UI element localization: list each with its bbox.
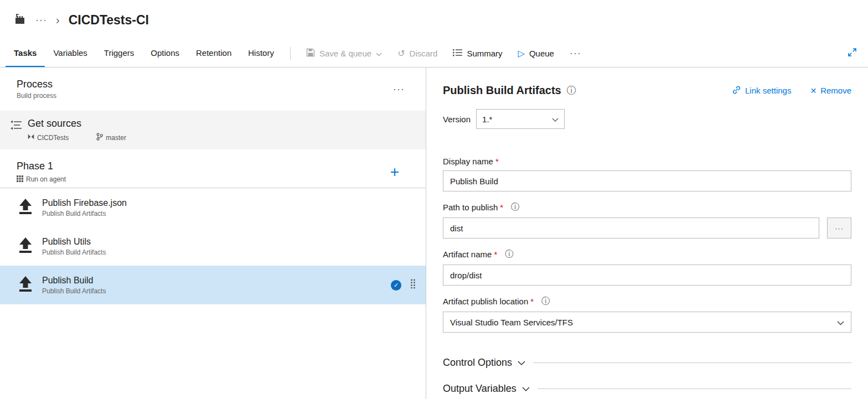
version-value: 1.* (482, 115, 492, 124)
queue-label: Queue (529, 49, 554, 58)
sources-icon (10, 120, 22, 142)
task-name: Publish Build (42, 276, 106, 286)
task-type: Publish Build Artifacts (42, 210, 127, 217)
discard-label: Discard (410, 49, 438, 58)
info-icon[interactable]: ⓘ (541, 296, 550, 307)
save-icon (306, 48, 315, 59)
breadcrumb-chevron-icon: › (56, 14, 60, 27)
queue-button[interactable]: ▷ Queue (510, 40, 562, 67)
artifact-name-label: Artifact name (443, 250, 492, 259)
tab-triggers[interactable]: Triggers (96, 40, 142, 67)
repository-name: CICDTests (37, 134, 69, 142)
selected-check-icon: ✓ (391, 280, 401, 291)
task-name: Publish Utils (42, 237, 106, 247)
task-detail-panel: Publish Build Artifacts ⓘ Link settings … (426, 68, 868, 399)
process-more-button[interactable]: ··· (393, 84, 405, 95)
artifact-name-input[interactable] (443, 265, 851, 286)
get-sources-title: Get sources (28, 118, 154, 129)
path-to-publish-label: Path to publish (443, 203, 498, 212)
phase-subtitle: Run on agent (26, 175, 66, 183)
phase-item[interactable]: Phase 1 Run on agent + (0, 156, 426, 188)
save-and-queue-button[interactable]: Save & queue (298, 40, 390, 67)
toolbar-more-button[interactable]: ··· (562, 40, 589, 67)
section-divider (533, 362, 851, 363)
upload-artifact-icon (18, 276, 33, 294)
path-to-publish-input[interactable] (443, 217, 819, 239)
tab-label: Variables (53, 48, 87, 58)
task-item-publish-utils[interactable]: Publish Utils Publish Build Artifacts (0, 227, 426, 266)
process-header: Process Build process ··· (0, 68, 426, 111)
summary-label: Summary (467, 49, 502, 58)
display-name-input[interactable] (443, 170, 851, 191)
display-name-field-group: Display name * (443, 157, 851, 191)
drag-handle[interactable] (410, 279, 416, 291)
summary-list-icon (453, 49, 462, 58)
control-options-section[interactable]: Control Options (443, 357, 851, 369)
version-dropdown[interactable]: 1.* (476, 109, 565, 129)
task-item-publish-firebase[interactable]: Publish Firebase.json Publish Build Arti… (0, 188, 426, 227)
discard-button[interactable]: ↺ Discard (390, 40, 445, 67)
remove-button[interactable]: ✕ Remove (810, 86, 851, 95)
info-icon[interactable]: ⓘ (505, 248, 514, 260)
undo-icon: ↺ (397, 49, 405, 58)
required-mark: * (494, 250, 497, 259)
repository-icon (28, 133, 34, 142)
tab-label: Triggers (104, 48, 134, 58)
required-mark: * (495, 157, 499, 166)
toolbar-divider (290, 47, 291, 60)
breadcrumb-more-button[interactable]: ··· (35, 14, 47, 26)
chevron-down-icon (516, 383, 530, 395)
tab-variables[interactable]: Variables (45, 40, 95, 67)
task-name: Publish Firebase.json (42, 198, 127, 208)
version-label: Version (443, 115, 471, 124)
browse-button[interactable]: ··· (827, 217, 851, 239)
required-mark: * (500, 203, 503, 212)
tab-label: Options (151, 48, 179, 58)
play-icon: ▷ (518, 49, 525, 58)
task-detail-title: Publish Build Artifacts (443, 84, 561, 97)
link-icon (732, 85, 741, 96)
task-type: Publish Build Artifacts (42, 287, 106, 295)
add-task-button[interactable]: + (390, 163, 399, 181)
save-and-queue-label: Save & queue (319, 49, 371, 58)
upload-artifact-icon (18, 237, 33, 256)
expand-icon (848, 48, 857, 59)
chevron-down-icon (376, 49, 382, 58)
info-icon[interactable]: ⓘ (511, 201, 520, 213)
branch-name: master (106, 134, 126, 142)
task-item-publish-build[interactable]: Publish Build Publish Build Artifacts ✓ (0, 266, 426, 304)
tab-label: History (248, 48, 274, 58)
link-settings-label: Link settings (745, 86, 791, 95)
agent-grid-icon (17, 175, 23, 184)
summary-button[interactable]: Summary (445, 40, 510, 67)
remove-label: Remove (820, 86, 851, 95)
display-name-label: Display name (443, 157, 493, 166)
chevron-down-icon (512, 357, 525, 369)
chevron-down-icon (837, 318, 844, 327)
tab-label: Tasks (14, 48, 37, 58)
close-icon: ✕ (810, 86, 817, 95)
artifact-publish-location-label: Artifact publish location (443, 297, 528, 306)
page-title: CICDTests-CI (69, 13, 149, 28)
tab-history[interactable]: History (240, 40, 282, 67)
task-type: Publish Build Artifacts (42, 248, 106, 256)
tab-options[interactable]: Options (142, 40, 188, 67)
tab-retention[interactable]: Retention (188, 40, 240, 67)
phase-title: Phase 1 (17, 160, 94, 172)
info-icon[interactable]: ⓘ (567, 84, 576, 97)
tab-tasks[interactable]: Tasks (6, 40, 45, 67)
main-content: Process Build process ··· Get sources (0, 68, 868, 399)
output-variables-label: Output Variables (443, 383, 516, 395)
artifact-name-field-group: Artifact name * ⓘ (443, 248, 851, 286)
artifact-publish-location-select[interactable]: Visual Studio Team Services/TFS (443, 312, 851, 333)
pipeline-panel: Process Build process ··· Get sources (0, 68, 426, 399)
get-sources-item[interactable]: Get sources CICDTests (0, 111, 426, 149)
required-mark: * (530, 297, 534, 306)
section-divider (538, 388, 851, 389)
tab-label: Retention (196, 48, 231, 58)
link-settings-button[interactable]: Link settings (732, 85, 791, 96)
fullscreen-button[interactable] (836, 40, 868, 67)
tab-bar: Tasks Variables Triggers Options Retenti… (0, 40, 868, 68)
output-variables-section[interactable]: Output Variables (443, 383, 851, 395)
build-definition-icon (13, 12, 27, 28)
